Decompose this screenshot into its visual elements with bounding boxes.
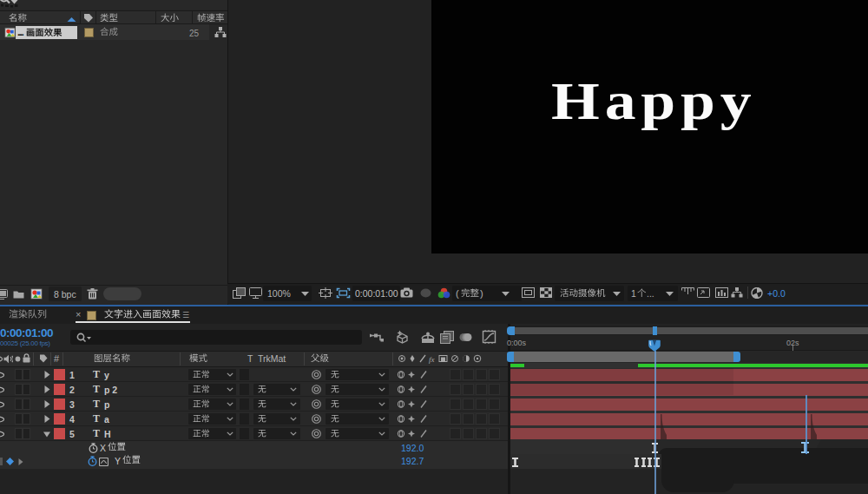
- svg-text:fx: fx: [429, 355, 435, 364]
